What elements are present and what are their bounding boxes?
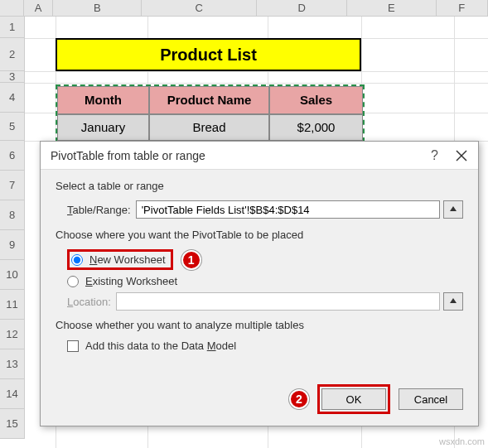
row-4[interactable]: 4 (0, 83, 25, 113)
radio-new-worksheet[interactable] (71, 254, 83, 266)
cell-product[interactable]: Bread (149, 114, 269, 141)
location-label: Location: (67, 296, 111, 308)
label-existing-worksheet: Existing Worksheet (85, 275, 177, 287)
col-D[interactable]: D (257, 0, 347, 16)
cell-month[interactable]: January (57, 114, 149, 141)
spreadsheet-grid: A B C D E F 1 2 3 4 5 6 7 8 9 10 11 12 1… (0, 0, 488, 17)
location-picker-button[interactable] (443, 292, 463, 311)
section-select-range: Select a table or range (56, 180, 463, 192)
radio-existing-worksheet[interactable] (67, 276, 79, 287)
location-input (116, 292, 440, 311)
row-13[interactable]: 13 (0, 349, 25, 379)
cancel-button[interactable]: Cancel (399, 388, 463, 410)
column-headers: A B C D E F (0, 0, 488, 17)
label-data-model: Add this data to the Data Model (85, 340, 236, 352)
row-headers: 1 2 3 4 5 6 7 8 9 10 11 12 13 14 15 (0, 17, 25, 439)
pivottable-dialog: PivotTable from table or range ? Select … (40, 141, 479, 426)
row-5[interactable]: 5 (0, 113, 25, 141)
row-11[interactable]: 11 (0, 290, 25, 320)
row-12[interactable]: 12 (0, 320, 25, 349)
dialog-title: PivotTable from table or range (51, 149, 205, 162)
table-row: January Bread $2,000 (57, 114, 363, 141)
col-A[interactable]: A (24, 0, 54, 16)
help-button[interactable]: ? (431, 148, 438, 163)
row-15[interactable]: 15 (0, 409, 25, 439)
range-picker-button[interactable] (443, 200, 463, 219)
hdr-month[interactable]: Month (57, 86, 149, 114)
row-3[interactable]: 3 (0, 71, 25, 83)
row-8[interactable]: 8 (0, 200, 25, 230)
row-6[interactable]: 6 (0, 141, 25, 171)
row-1[interactable]: 1 (0, 17, 25, 38)
section-multiple-tables: Choose whether you want to analyze multi… (56, 319, 463, 331)
col-B[interactable]: B (53, 0, 142, 16)
watermark: wsxdn.com (439, 436, 485, 446)
collapse-icon (448, 296, 458, 306)
checkbox-data-model[interactable] (67, 340, 79, 352)
row-2[interactable]: 2 (0, 38, 25, 71)
table-range-label: Table/Range: (67, 204, 131, 216)
table-range-input[interactable] (136, 200, 440, 219)
select-all[interactable] (0, 0, 24, 16)
section-placement: Choose where you want the PivotTable to … (56, 229, 463, 241)
hdr-sales[interactable]: Sales (269, 86, 363, 114)
row-7[interactable]: 7 (0, 171, 25, 200)
collapse-icon (448, 205, 458, 214)
close-icon[interactable] (455, 149, 468, 162)
hdr-product[interactable]: Product Name (149, 86, 269, 114)
col-E[interactable]: E (347, 0, 437, 16)
col-F[interactable]: F (437, 0, 488, 16)
dialog-titlebar[interactable]: PivotTable from table or range ? (41, 142, 478, 170)
row-9[interactable]: 9 (0, 230, 25, 260)
row-14[interactable]: 14 (0, 379, 25, 409)
title-cell[interactable]: Product List (56, 38, 361, 71)
label-new-worksheet: New Worksheet (89, 253, 166, 266)
row-10[interactable]: 10 (0, 260, 25, 290)
cell-sales[interactable]: $2,000 (269, 114, 363, 141)
callout-2: 2 (289, 389, 309, 409)
col-C[interactable]: C (142, 0, 257, 16)
highlight-new-worksheet: New Worksheet (67, 249, 173, 270)
callout-1: 1 (181, 250, 201, 270)
highlight-ok: OK (317, 384, 390, 414)
data-table: Month Product Name Sales January Bread $… (56, 84, 365, 142)
ok-button[interactable]: OK (321, 388, 386, 410)
